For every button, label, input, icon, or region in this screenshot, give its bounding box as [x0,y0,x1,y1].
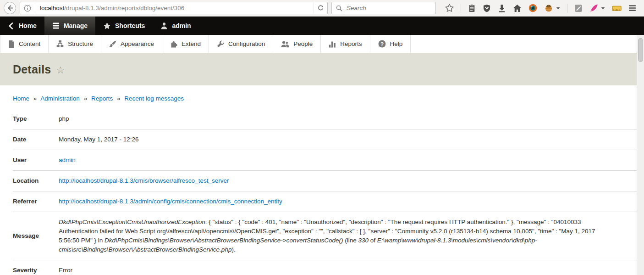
severity-value: Error [59,260,637,275]
drupal-admin-toolbar: Home Manage Shortcuts admin [0,17,644,35]
shield-icon[interactable] [483,4,491,12]
toolbar-item-label: Home [19,22,37,29]
toolbar-separator [461,4,461,13]
breadcrumb: Home » Administration » Reports » Recent… [13,95,631,102]
back-to-site-icon [8,22,15,29]
table-row: User admin [13,150,637,171]
favorite-star-icon[interactable]: ☆ [56,65,65,76]
row-label: Message [13,212,59,260]
table-row: Message Dkd\PhpCmis\Exception\CmisUnauth… [13,212,637,260]
type-value: php [59,109,637,129]
menu-item-label: Content [19,40,40,47]
user-icon [160,22,168,29]
user-link[interactable]: admin [59,157,76,163]
menu-item-structure[interactable]: Structure [49,35,101,53]
referrer-link[interactable]: http://localhost/drupal-8.1.3/admin/conf… [59,198,282,205]
menu-icon[interactable] [628,5,636,11]
toolbar-item-label: admin [172,22,191,29]
search-bar[interactable] [331,2,436,14]
address-bar[interactable]: localhost/drupal-8.1.3/admin/reports/dbl… [20,2,328,14]
menu-item-content[interactable]: Content [0,35,49,53]
toolbar-item-home[interactable]: Home [0,17,44,35]
color-picker-extension-icon[interactable] [528,4,537,12]
reload-button[interactable] [314,2,327,14]
log-event-details-table: Type php Date Monday, May 1, 2017 - 12:2… [13,109,637,275]
toolbar-item-manage[interactable]: Manage [44,17,95,35]
firebug-extension-icon[interactable] [544,4,553,12]
toolbar-item-label: Manage [64,22,88,29]
site-info-icon[interactable] [20,2,35,14]
menu-item-label: Help [390,40,403,47]
url-path: /drupal-8.1.3/admin/reports/dblog/event/… [64,5,184,11]
menu-item-appearance[interactable]: Appearance [101,35,162,53]
menu-item-help[interactable]: ? Help [370,35,411,53]
clipboard-icon[interactable] [468,4,476,12]
breadcrumb-separator: » [33,95,37,102]
date-value: Monday, May 1, 2017 - 12:26 [59,129,637,150]
search-icon [336,5,342,11]
toolbar-item-admin[interactable]: admin [153,17,198,35]
row-label: User [13,150,59,171]
download-icon[interactable] [498,4,506,12]
hamburger-icon [52,22,60,29]
menu-item-label: Reports [340,40,362,47]
breadcrumb-administration[interactable]: Administration [40,95,80,102]
table-row: Referrer http://localhost/drupal-8.1.3/a… [13,191,637,212]
chevron-down-icon[interactable] [556,6,560,10]
toolbar-separator [567,4,567,13]
search-input[interactable] [346,4,431,12]
menu-item-extend[interactable]: Extend [162,35,209,53]
bookmark-star-icon[interactable] [445,4,454,12]
ruler-extension-icon[interactable] [612,4,622,12]
people-icon [281,40,289,48]
row-label: Referrer [13,191,59,212]
table-row: Type php [13,109,637,129]
table-row: Date Monday, May 1, 2017 - 12:26 [13,129,637,150]
table-row: Severity Error [13,260,637,275]
brush-extension-icon[interactable] [589,4,598,12]
help-icon: ? [378,40,386,48]
scrollbar-thumb[interactable] [638,38,643,62]
browser-toolbar: localhost/drupal-8.1.3/admin/reports/dbl… [0,0,644,17]
row-label: Type [13,109,59,129]
url-host: localhost [40,5,64,11]
row-label: Date [13,129,59,150]
page-title: Details [13,63,51,76]
browser-action-icons [445,4,636,13]
menu-item-label: People [293,40,313,47]
page-header: Details ☆ [0,53,644,85]
script-extension-icon[interactable] [574,4,583,12]
row-label: Severity [13,260,59,275]
browser-back-button[interactable] [4,2,16,14]
svg-text:?: ? [380,41,383,47]
row-label: Location [13,171,59,191]
paintbrush-icon [109,40,116,48]
chevron-down-icon[interactable] [601,6,605,10]
message-value: Dkd\PhpCmis\Exception\CmisUnauthorizedEx… [59,212,637,260]
breadcrumb-reports[interactable]: Reports [91,95,113,102]
star-icon [103,22,111,30]
table-row: Location http://localhost/drupal-8.1.3/c… [13,171,637,191]
breadcrumb-recent-log-messages[interactable]: Recent log messages [124,95,184,102]
menu-item-label: Extend [182,40,201,47]
toolbar-item-label: Shortcuts [115,22,145,29]
breadcrumb-separator: » [117,95,121,102]
puzzle-icon [170,40,177,48]
bar-chart-icon [329,40,336,48]
menu-item-people[interactable]: People [273,35,321,53]
menu-item-reports[interactable]: Reports [321,35,370,53]
menu-item-label: Structure [68,40,93,47]
wrench-icon [217,40,224,48]
drupal-menu-bar: Content Structure Appearance Extend Conf… [0,35,637,53]
menu-item-configuration[interactable]: Configuration [209,35,273,53]
back-arrow-icon [6,5,13,11]
menu-item-label: Appearance [121,40,154,47]
toolbar-item-shortcuts[interactable]: Shortcuts [95,17,153,35]
menu-item-label: Configuration [228,40,265,47]
location-link[interactable]: http://localhost/drupal-8.1.3/cmis/brows… [59,177,229,184]
breadcrumb-separator: » [84,95,88,102]
page-scrollbar[interactable] [637,35,644,275]
url-text[interactable]: localhost/drupal-8.1.3/admin/reports/dbl… [35,5,314,11]
breadcrumb-home[interactable]: Home [13,95,29,102]
home-icon[interactable] [513,4,522,12]
